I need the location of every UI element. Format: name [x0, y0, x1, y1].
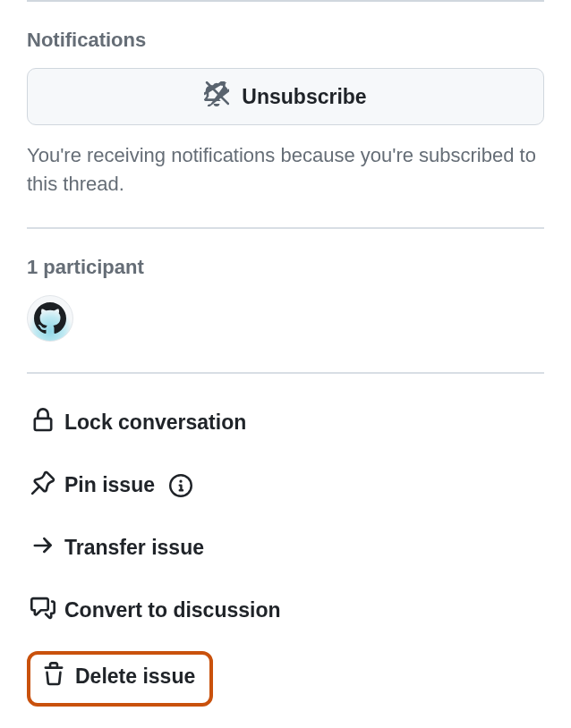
participant-avatar[interactable]	[27, 295, 73, 342]
lock-conversation-action[interactable]: Lock conversation	[27, 392, 544, 454]
info-icon[interactable]	[169, 474, 192, 497]
lock-icon	[30, 408, 55, 438]
transfer-issue-label: Transfer issue	[64, 536, 204, 560]
pin-issue-label: Pin issue	[64, 473, 155, 497]
convert-discussion-action[interactable]: Convert to discussion	[27, 580, 544, 642]
convert-discussion-label: Convert to discussion	[64, 598, 281, 622]
unsubscribe-label: Unsubscribe	[242, 85, 366, 109]
lock-conversation-label: Lock conversation	[64, 411, 246, 435]
participants-heading: 1 participant	[27, 256, 544, 279]
notifications-description: You're receiving notifications because y…	[27, 141, 544, 199]
delete-issue-label: Delete issue	[75, 665, 195, 689]
delete-issue-highlight: Delete issue	[27, 651, 213, 707]
octocat-icon	[34, 302, 66, 334]
arrow-right-icon	[30, 533, 55, 563]
discussion-icon	[30, 596, 55, 626]
pin-icon	[30, 470, 55, 501]
delete-issue-action[interactable]: Delete issue	[41, 662, 195, 692]
notifications-heading: Notifications	[27, 29, 544, 52]
bell-slash-icon	[204, 81, 229, 112]
transfer-issue-action[interactable]: Transfer issue	[27, 517, 544, 580]
unsubscribe-button[interactable]: Unsubscribe	[27, 68, 544, 125]
pin-issue-action[interactable]: Pin issue	[27, 454, 544, 517]
trash-icon	[41, 662, 66, 692]
